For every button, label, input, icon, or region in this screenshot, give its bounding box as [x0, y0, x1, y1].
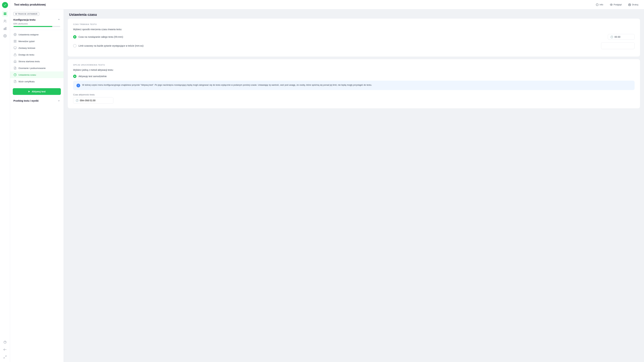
sidebar-expand-icon[interactable]: [2, 354, 8, 360]
info-box-icon: i: [76, 84, 80, 87]
nav-item-label: Strona startowa testu: [18, 60, 40, 63]
svg-rect-5: [4, 28, 4, 30]
opcje-label: OPCJE URUCHOMIENIA TESTU: [73, 64, 634, 66]
svg-point-18: [15, 34, 16, 35]
czas-trwania-label: CZAS TRWANIA TESTU: [73, 23, 634, 25]
certyfikat-icon: [14, 80, 17, 83]
radio-samodzielnie[interactable]: [73, 74, 76, 78]
header-actions: Info Podgląd Drukuj: [594, 2, 640, 7]
clock-icon-aktywnosci: 🕐: [76, 99, 78, 102]
podglad-button[interactable]: Podgląd: [608, 2, 623, 7]
radio-samodzielnie-label: Aktywuję test samodzielnie: [78, 75, 634, 78]
status-badge: W TRAKCIE USTAWIEŃ: [14, 12, 39, 16]
content-area: W TRAKCIE USTAWIEŃ Konfiguracja testu 83…: [10, 10, 644, 362]
main-container: Test wiedzy produktowej Info Podgląd Dru…: [10, 0, 644, 362]
progress-area: 83% ukończono: [14, 23, 60, 27]
app-logo[interactable]: [2, 2, 8, 8]
radio-pytanie-label: Limit czasowy na każde pytanie występują…: [78, 44, 599, 47]
nav-item-ustawienia-wstepne[interactable]: Ustawienia wstępne: [10, 31, 64, 38]
config-title: Konfiguracja testu: [14, 18, 36, 21]
svg-line-12: [4, 357, 5, 358]
drukuj-button[interactable]: Drukuj: [626, 2, 640, 7]
wyniki-section-title: Przebieg testu i wyniki: [14, 100, 38, 102]
menedzer-icon: [14, 40, 17, 43]
czas-aktywnosci-value: 00m 00d 01:00: [80, 99, 96, 102]
nav-item-label: Dostęp do testu: [18, 54, 34, 56]
progress-bar-fill: [14, 26, 52, 27]
activate-test-button[interactable]: Aktywuj test: [13, 88, 61, 95]
czas-aktywnosci-section: Czas aktywności testu 🕐 00m 00d 01:00: [73, 94, 634, 104]
nav-item-certyfikat[interactable]: Wzór certyfikatu: [10, 78, 64, 85]
page-header-title: Test wiedzy produktowej: [14, 3, 46, 6]
time-input-pytanie[interactable]: [601, 42, 634, 49]
nav-item-label: Ocenianie i podsumowanie: [18, 67, 46, 70]
svg-rect-17: [629, 5, 630, 6]
info-icon: [596, 3, 598, 6]
progress-bar-bg: [14, 26, 60, 27]
top-header: Test wiedzy produktowej Info Podgląd Dru…: [10, 0, 644, 10]
sidebar-chart-icon[interactable]: [2, 26, 8, 32]
radio-option-pytanie: Limit czasowy na każde pytanie występują…: [73, 42, 634, 49]
sidebar-grid-icon[interactable]: [2, 11, 8, 17]
nav-item-strona-startowa[interactable]: Strona startowa testu: [10, 58, 64, 65]
radio-pytanie[interactable]: [73, 44, 76, 48]
info-label: Info: [600, 3, 603, 6]
sidebar-back-icon[interactable]: [2, 346, 8, 352]
svg-marker-31: [28, 91, 30, 92]
sidebar-question-icon[interactable]: [2, 339, 8, 345]
radio-option-caly-test: Czas na rozwiązanie całego testu (hh:mm)…: [73, 34, 634, 40]
svg-rect-20: [16, 40, 16, 41]
svg-point-8: [4, 36, 5, 36]
svg-rect-2: [4, 14, 5, 15]
settings-wstepne-icon: [14, 33, 17, 36]
chevron-up-icon[interactable]: [58, 18, 60, 21]
nav-item-label: Wzór certyfikatu: [18, 80, 35, 83]
svg-rect-6: [5, 28, 5, 30]
info-box: i W dolnej części menu konfiguracyjnego …: [73, 81, 634, 90]
nav-item-label: Ustawienia wstępne: [18, 33, 38, 36]
svg-point-16: [611, 4, 612, 5]
radio-caly-test-label: Czas na rozwiązanie całego testu (hh:mm)…: [78, 36, 606, 38]
panel-header: W TRAKCIE USTAWIEŃ Konfiguracja testu 83…: [10, 10, 64, 30]
ocenianie-icon: [14, 66, 17, 70]
info-button[interactable]: Info: [594, 2, 605, 7]
svg-rect-7: [6, 27, 6, 30]
svg-rect-23: [14, 47, 16, 48]
svg-line-11: [5, 356, 6, 357]
svg-rect-19: [14, 40, 15, 41]
page-title: Ustawienia czasu: [69, 13, 639, 16]
wyniki-section[interactable]: Przebieg testu i wyniki: [10, 97, 64, 104]
nav-item-zestawy[interactable]: Zestawy testowe: [10, 44, 64, 51]
sidebar-users-icon[interactable]: [2, 18, 8, 24]
czas-trwania-description: Wybierz sposób mierzenia czasu trwania t…: [73, 28, 634, 31]
left-panel: W TRAKCIE USTAWIEŃ Konfiguracja testu 83…: [10, 10, 64, 362]
config-section-header: Konfiguracja testu: [14, 18, 60, 21]
radio-option-samodzielnie: Aktywuję test samodzielnie: [73, 74, 634, 78]
strona-icon: [14, 60, 17, 63]
nav-item-menedzer[interactable]: Menedżer pytań: [10, 38, 64, 44]
time-value-caly-test: 00:30: [614, 36, 620, 38]
nav-item-label: Menedżer pytań: [18, 40, 35, 42]
nav-list: Ustawienia wstępne Menedżer pytań Zestaw…: [10, 30, 64, 86]
opcje-description: Wybierz jedną z metod aktywacji testu:: [73, 68, 634, 71]
svg-rect-0: [4, 12, 5, 14]
radio-caly-test[interactable]: [73, 35, 76, 38]
progress-label: 83% ukończono: [14, 23, 60, 25]
nav-item-dostep[interactable]: Dostęp do testu: [10, 51, 64, 58]
ustawienia-czasu-icon: [14, 73, 17, 76]
sidebar-left: [0, 0, 10, 362]
print-icon: [628, 3, 631, 6]
czas-aktywnosci-input[interactable]: 🕐 00m 00d 01:00: [73, 97, 113, 104]
time-input-caly-test[interactable]: 🕐 00:30: [608, 34, 634, 40]
svg-rect-22: [16, 42, 16, 42]
svg-rect-21: [14, 42, 15, 42]
nav-item-label: Zestawy testowe: [18, 47, 36, 49]
page-title-bar: Ustawienia czasu: [64, 10, 644, 18]
drukuj-label: Drukuj: [632, 3, 638, 6]
nav-item-ustawienia-czasu[interactable]: Ustawienia czasu: [10, 72, 64, 78]
dostep-icon: [14, 53, 17, 56]
nav-item-ocenianie[interactable]: Ocenianie i podsumowanie: [10, 65, 64, 72]
svg-rect-1: [5, 12, 6, 14]
sidebar-settings-icon[interactable]: [2, 33, 8, 39]
main-content: Ustawienia czasu CZAS TRWANIA TESTU Wybi…: [64, 10, 644, 362]
